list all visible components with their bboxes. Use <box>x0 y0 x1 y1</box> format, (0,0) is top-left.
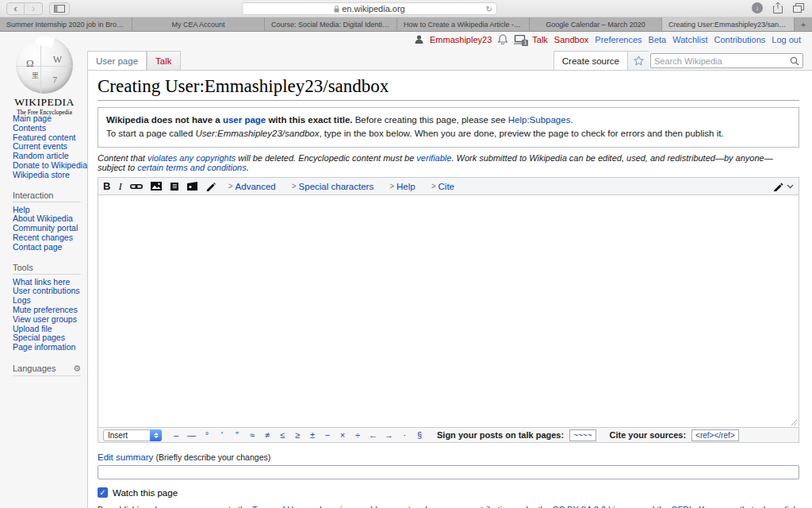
chevron-right-icon: > <box>389 182 394 190</box>
sidebar-tools-link[interactable]: View user groups <box>13 315 87 325</box>
wikitext-editor: B I >Advanced >Special characters >Help … <box>98 177 799 443</box>
special-char-button[interactable]: ÷ <box>354 430 362 440</box>
search-input[interactable] <box>654 56 790 66</box>
browser-tab[interactable]: Summer Internship 2020 job in Brooklyn, … <box>0 17 132 31</box>
cite-sources-label: Cite your sources: <box>610 430 687 440</box>
browser-forward-button[interactable]: › <box>25 2 43 15</box>
help-subpages-link[interactable]: Help:Subpages <box>508 115 571 125</box>
special-char-button[interactable]: ← <box>369 430 377 440</box>
image-button-icon[interactable] <box>151 182 162 190</box>
terms-link[interactable]: certain terms and conditions <box>137 163 247 172</box>
special-char-button[interactable]: — <box>187 430 196 440</box>
link-button-icon[interactable] <box>130 183 143 190</box>
chevron-down-icon[interactable] <box>787 184 794 189</box>
copyright-notice: Content that violates any copyrights wil… <box>98 153 799 172</box>
sidebar-nav-link[interactable]: Donate to Wikipedia <box>13 161 87 171</box>
watch-checkbox[interactable]: ✓ <box>98 487 108 498</box>
special-char-button[interactable]: − <box>324 430 331 440</box>
share-icon[interactable] <box>773 2 783 13</box>
url-bar[interactable]: en.wikipedia.org ↻ <box>242 2 497 15</box>
ref-shortcut-button[interactable]: <ref></ref> <box>691 429 738 441</box>
new-tab-button[interactable]: + <box>795 17 812 31</box>
personal-link[interactable]: Watchlist <box>672 35 707 44</box>
sidebar-interaction-link[interactable]: Contact page <box>13 243 87 252</box>
personal-toolbar: Emmashipley23 1 TalkSandboxPreferencesBe… <box>415 34 801 44</box>
chevron-right-icon: > <box>228 182 233 190</box>
sidebar-tools-link[interactable]: Mute preferences <box>13 306 87 315</box>
terms-of-use-link[interactable]: Terms of Use <box>252 505 303 508</box>
gfdl-link[interactable]: GFDL <box>671 505 694 508</box>
browser-sidebar-toggle-icon[interactable] <box>49 2 70 15</box>
special-char-button[interactable]: ° <box>203 430 211 440</box>
italic-button[interactable]: I <box>118 180 121 193</box>
browser-tab[interactable]: My CEA Account <box>132 17 265 31</box>
cc-license-link[interactable]: CC BY-SA 3.0 License <box>553 505 638 508</box>
notices-tray-icon[interactable]: 1 <box>514 35 526 44</box>
tab-create-source[interactable]: Create source <box>553 51 628 70</box>
special-char-button[interactable]: – <box>172 430 180 440</box>
browser-back-button[interactable]: ‹ <box>6 2 25 15</box>
special-char-button[interactable]: × <box>339 430 347 440</box>
reload-icon[interactable]: ↻ <box>486 5 492 13</box>
toolbar-group-toggle[interactable]: >Cite <box>431 182 454 191</box>
user-page-link[interactable]: user page <box>223 115 266 125</box>
sidebar-heading-interaction: Interaction <box>13 190 81 202</box>
special-char-button[interactable]: ≠ <box>263 430 271 440</box>
media-button-icon[interactable] <box>187 182 197 190</box>
special-char-button[interactable]: ′ <box>218 430 226 440</box>
special-char-button[interactable]: ≥ <box>293 430 301 440</box>
editor-toolbar: B I >Advanced >Special characters >Help … <box>98 178 799 195</box>
personal-link[interactable]: Preferences <box>595 35 642 44</box>
search-icon[interactable] <box>790 56 799 66</box>
sidebar-interaction-link[interactable]: Recent changes <box>13 233 87 243</box>
browser-tab-bar: Summer Internship 2020 job in Brooklyn, … <box>0 17 812 32</box>
sidebar-nav-link[interactable]: Contents <box>13 124 87 133</box>
special-char-button[interactable]: ± <box>308 430 316 440</box>
special-char-button[interactable]: ≈ <box>248 430 256 440</box>
signature-button-icon[interactable] <box>205 181 216 191</box>
toolbar-group-toggle[interactable]: >Special characters <box>292 182 373 191</box>
verifiable-link[interactable]: verifiable <box>416 153 451 163</box>
notifications-bell-icon[interactable] <box>498 34 508 44</box>
tab-talk[interactable]: Talk <box>147 51 180 70</box>
browser-tab[interactable]: Creating User:Emmashipley23/sandbox - W.… <box>662 17 795 31</box>
insert-dropdown[interactable]: Insert <box>103 429 162 441</box>
personal-link[interactable]: Log out <box>772 35 801 44</box>
sidebar-nav-link[interactable]: Wikipedia store <box>13 171 87 180</box>
downloads-icon[interactable]: ↓ <box>752 2 763 13</box>
watchstar-icon[interactable] <box>628 51 649 70</box>
bold-button[interactable]: B <box>103 180 110 192</box>
personal-link[interactable]: Contributions <box>714 35 765 44</box>
personal-link[interactable]: Talk <box>532 35 548 44</box>
username-link[interactable]: Emmashipley23 <box>430 35 492 44</box>
user-icon <box>415 35 423 44</box>
editor-switch-pencil-icon[interactable] <box>773 181 783 191</box>
browser-tab[interactable]: Google Calendar – March 2020 <box>530 17 662 31</box>
reference-button-icon[interactable] <box>170 182 179 191</box>
toolbar-group-toggle[interactable]: >Help <box>389 182 416 191</box>
wikitext-textarea[interactable] <box>98 195 799 427</box>
special-char-button[interactable]: → <box>385 430 393 440</box>
sidebar: Main pageContentsFeatured contentCurrent… <box>0 114 87 376</box>
tab-overview-icon[interactable] <box>793 3 804 13</box>
copyright-link[interactable]: violates any copyrights <box>147 153 236 163</box>
sidebar-tools-link[interactable]: Page information <box>13 343 87 352</box>
language-settings-gear-icon[interactable]: ⚙ <box>73 364 81 374</box>
special-char-button[interactable]: ≤ <box>278 430 286 440</box>
signature-shortcut-button[interactable]: ~~~~ <box>569 429 596 441</box>
resize-handle[interactable] <box>790 418 798 426</box>
browser-tab[interactable]: Course: Social Media: Digital Identity &… <box>265 17 397 31</box>
edit-summary-input[interactable] <box>98 465 799 479</box>
special-char-button[interactable]: § <box>416 430 423 440</box>
edit-summary-link[interactable]: Edit summary <box>98 452 153 462</box>
tab-user-page[interactable]: User page <box>87 51 147 70</box>
page-title: Creating User:Emmashipley23/sandbox <box>98 76 799 101</box>
special-char-button[interactable]: · <box>400 430 408 440</box>
toolbar-group-toggle[interactable]: >Advanced <box>228 182 276 191</box>
sidebar-heading-tools: Tools <box>13 263 81 275</box>
browser-tab[interactable]: How to Create a Wikipedia Article - YouT… <box>397 17 530 31</box>
wikipedia-logo[interactable]: Ω W 7 里 WIKIPEDIA The Free Encyclopedia <box>6 37 82 116</box>
personal-link[interactable]: Beta <box>649 35 667 44</box>
personal-link[interactable]: Sandbox <box>554 35 588 44</box>
special-char-button[interactable]: ″ <box>233 430 241 440</box>
